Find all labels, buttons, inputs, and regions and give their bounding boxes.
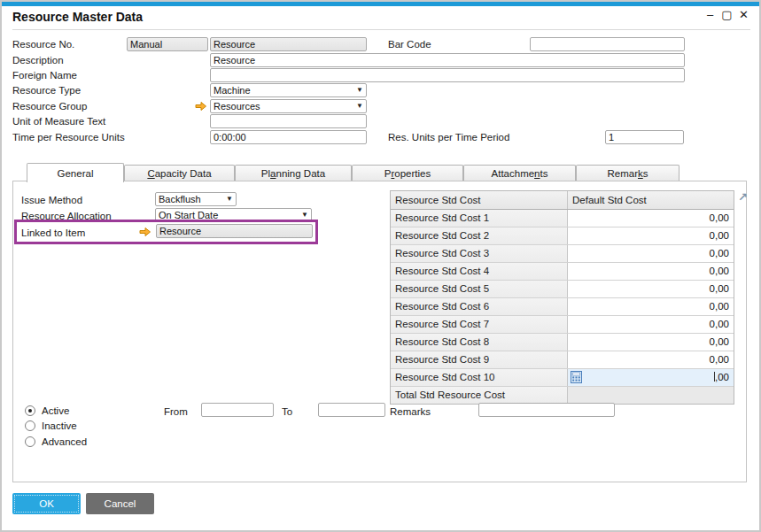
std-cost-table: Resource Std Cost Default Std Cost Resou… xyxy=(390,190,734,405)
std-cost-row-value[interactable]: ,00 xyxy=(568,369,734,386)
std-cost-row-value[interactable]: 0,00 xyxy=(568,245,734,262)
calculator-icon[interactable] xyxy=(571,371,582,383)
resource-no-field[interactable]: Resource xyxy=(210,37,367,51)
resource-allocation-select[interactable]: On Start Date ▼ xyxy=(155,208,312,222)
tab-remarks[interactable]: Remarks xyxy=(576,165,679,181)
radio-option-active[interactable]: Active xyxy=(25,404,69,417)
std-cost-row: Resource Std Cost 40,00 xyxy=(391,263,734,281)
resource-group-value: Resources xyxy=(214,101,260,112)
std-cost-row: Resource Std Cost 80,00 xyxy=(391,334,734,351)
time-per-resource-units-label: Time per Resource Units xyxy=(12,130,125,144)
link-arrow-icon[interactable] xyxy=(139,227,151,237)
window-top-accent xyxy=(2,2,759,6)
std-cost-row-label: Resource Std Cost 5 xyxy=(391,281,568,297)
maximize-icon[interactable]: ▢ xyxy=(720,8,734,22)
resource-master-data-window: Resource Master Data – ▢ ✕ Resource No. … xyxy=(0,0,761,532)
resource-allocation-value: On Start Date xyxy=(159,210,218,220)
column-header-default-std-cost[interactable]: Default Std Cost xyxy=(568,191,734,209)
tab-properties[interactable]: Properties xyxy=(352,165,463,181)
std-cost-row-value[interactable]: 0,00 xyxy=(568,263,734,280)
std-cost-row: Resource Std Cost 20,00 xyxy=(391,227,734,245)
std-cost-row-value[interactable]: 0,00 xyxy=(568,298,734,315)
close-icon[interactable]: ✕ xyxy=(737,8,750,22)
std-cost-table-header: Resource Std Cost Default Std Cost xyxy=(391,191,734,210)
tab-attachments[interactable]: Attachments xyxy=(463,165,576,181)
resource-type-value: Machine xyxy=(214,85,251,96)
resource-no-series-field[interactable]: Manual xyxy=(127,37,208,51)
radio-icon[interactable] xyxy=(25,405,35,416)
chevron-down-icon: ▼ xyxy=(356,103,363,110)
res-units-per-period-label: Res. Units per Time Period xyxy=(388,130,509,144)
tab-capacity-data[interactable]: Capacity Data xyxy=(124,165,235,181)
resource-no-label: Resource No. xyxy=(12,37,74,51)
radio-option-advanced[interactable]: Advanced xyxy=(25,435,87,448)
resource-allocation-label: Resource Allocation xyxy=(21,209,112,223)
issue-method-label: Issue Method xyxy=(21,193,82,207)
foreign-name-label: Foreign Name xyxy=(12,68,77,82)
linked-to-item-field[interactable]: Resource xyxy=(156,224,313,238)
link-arrow-icon[interactable] xyxy=(195,101,207,112)
resource-type-label: Resource Type xyxy=(12,83,81,97)
chevron-down-icon: ▼ xyxy=(301,212,308,219)
issue-method-value: Backflush xyxy=(159,194,201,204)
total-std-cost-value xyxy=(568,387,734,404)
std-cost-row-label: Resource Std Cost 3 xyxy=(391,245,568,262)
from-date-field[interactable] xyxy=(201,403,274,417)
std-cost-row-label: Resource Std Cost 1 xyxy=(391,210,568,227)
resource-type-select[interactable]: Machine ▼ xyxy=(210,83,367,97)
foreign-name-field[interactable] xyxy=(210,68,685,82)
remarks-label: Remarks xyxy=(390,405,431,419)
std-cost-row-value[interactable]: 0,00 xyxy=(568,210,734,227)
title-separator xyxy=(12,29,750,30)
std-cost-row-label: Resource Std Cost 6 xyxy=(391,298,568,315)
std-cost-total-row: Total Std Resource Cost xyxy=(391,387,734,404)
radio-icon[interactable] xyxy=(25,436,35,447)
std-cost-row: Resource Std Cost 90,00 xyxy=(391,351,734,369)
linked-to-item-label: Linked to Item xyxy=(21,226,85,240)
minimize-icon[interactable]: – xyxy=(703,8,717,22)
bar-code-field[interactable] xyxy=(530,37,685,51)
radio-option-inactive[interactable]: Inactive xyxy=(25,420,77,433)
remarks-field[interactable] xyxy=(478,403,615,417)
ok-button[interactable]: OK xyxy=(12,493,81,514)
radio-icon[interactable] xyxy=(25,420,35,431)
tab-planning-data[interactable]: Planning Data xyxy=(235,165,352,181)
std-cost-row: Resource Std Cost 70,00 xyxy=(391,316,734,334)
uom-text-label: Unit of Measure Text xyxy=(12,114,105,128)
std-cost-row-value[interactable]: 0,00 xyxy=(568,334,734,351)
std-cost-row: Resource Std Cost 10,00 xyxy=(391,210,734,227)
to-date-field[interactable] xyxy=(318,403,385,417)
tab-general[interactable]: General xyxy=(27,163,124,182)
std-cost-row-label: Resource Std Cost 7 xyxy=(391,316,568,333)
column-header-resource-std-cost[interactable]: Resource Std Cost xyxy=(391,191,568,209)
expand-grid-icon[interactable]: ↗ xyxy=(738,191,748,203)
window-controls: – ▢ ✕ xyxy=(703,8,750,22)
resource-group-select[interactable]: Resources ▼ xyxy=(210,99,367,113)
chevron-down-icon: ▼ xyxy=(356,87,363,94)
to-label: To xyxy=(282,405,292,419)
bar-code-label: Bar Code xyxy=(388,37,431,51)
cancel-button[interactable]: Cancel xyxy=(86,493,154,514)
time-per-resource-units-field[interactable]: 0:00:00 xyxy=(210,130,367,144)
std-cost-row: Resource Std Cost 30,00 xyxy=(391,245,734,263)
std-cost-row-label: Resource Std Cost 2 xyxy=(391,227,568,244)
resource-group-label: Resource Group xyxy=(12,99,87,113)
std-cost-row-label: Resource Std Cost 4 xyxy=(391,263,568,280)
radio-label: Advanced xyxy=(42,436,87,447)
description-field[interactable]: Resource xyxy=(210,53,685,67)
uom-text-field[interactable] xyxy=(210,114,367,128)
from-label: From xyxy=(164,405,188,419)
std-cost-row-value[interactable]: 0,00 xyxy=(568,227,734,244)
chevron-down-icon: ▼ xyxy=(226,196,233,203)
std-cost-row: Resource Std Cost 10,00 xyxy=(391,369,734,387)
std-cost-row: Resource Std Cost 60,00 xyxy=(391,298,734,316)
radio-label: Active xyxy=(42,405,69,416)
res-units-per-period-field[interactable]: 1 xyxy=(605,130,684,144)
std-cost-row-value[interactable]: 0,00 xyxy=(568,281,734,297)
std-cost-row-label: Resource Std Cost 9 xyxy=(391,351,568,368)
issue-method-select[interactable]: Backflush ▼ xyxy=(155,192,237,206)
std-cost-row-value[interactable]: 0,00 xyxy=(568,351,734,368)
std-cost-row-value[interactable]: 0,00 xyxy=(568,316,734,333)
description-label: Description xyxy=(12,53,64,67)
std-cost-row-label: Resource Std Cost 10 xyxy=(391,369,568,386)
